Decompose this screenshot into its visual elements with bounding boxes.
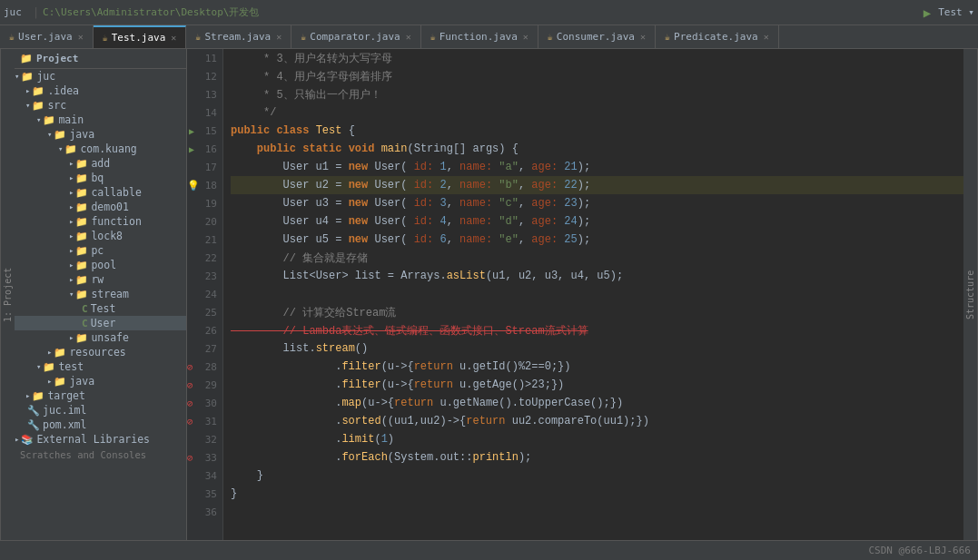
- code-line-15: public class Test {: [231, 122, 963, 140]
- error-icon: ⊘: [187, 361, 193, 373]
- code-line-35: }: [231, 485, 963, 503]
- gutter-line-26: 26: [187, 321, 222, 339]
- gutter-line-31: ⊘31: [187, 412, 222, 430]
- error-icon: ⊘: [187, 416, 193, 427]
- code-line-19: User u3 = new User( id: 3, name: "c", ag…: [231, 194, 963, 212]
- tab-stream-java[interactable]: ☕ Stream.java ✕: [186, 25, 291, 48]
- run-config: Test ▾: [938, 6, 974, 18]
- tree-item-demo01[interactable]: ▸ 📁 demo01: [15, 200, 186, 214]
- tab-test-java[interactable]: ☕ Test.java ✕: [94, 25, 187, 48]
- warn-icon: 💡: [187, 180, 200, 192]
- code-line-32: .limit(1): [231, 430, 963, 448]
- code-line-16: public static void main(String[] args) {: [231, 140, 963, 158]
- tree-item-add[interactable]: ▸ 📁 add: [15, 156, 186, 171]
- java-file-icon: ☕: [548, 32, 553, 42]
- code-line-27: list.stream(): [231, 339, 963, 358]
- tab-close-predicate[interactable]: ✕: [764, 32, 769, 42]
- tree-item-target[interactable]: ▸ 📁 target: [15, 388, 186, 403]
- tree-item-Test[interactable]: C Test: [15, 301, 186, 316]
- gutter-line-16: ▶16: [187, 140, 222, 158]
- code-line-26: // Lambda表达式、链式编程、函数式接口、Stream流式计算: [231, 321, 963, 339]
- bottom-bar: CSDN @666-LBJ-666: [0, 540, 978, 560]
- java-file-icon: ☕: [9, 32, 15, 42]
- tree-item-pool[interactable]: ▸ 📁 pool: [15, 258, 186, 272]
- gutter-line-30: ⊘30: [187, 394, 222, 412]
- run-gutter-icon[interactable]: ▶: [189, 126, 194, 136]
- tab-user-java[interactable]: ☕ User.java ✕: [0, 25, 94, 48]
- tab-close-stream[interactable]: ✕: [276, 32, 282, 42]
- gutter-line-35: 35: [187, 485, 222, 503]
- tree-item-pc[interactable]: ▸ 📁 pc: [15, 243, 186, 258]
- java-file-icon: ☕: [430, 32, 436, 42]
- code-line-24: [231, 285, 963, 303]
- code-line-14: */: [231, 103, 963, 122]
- java-file-icon: ☕: [301, 32, 306, 42]
- tree-item-main[interactable]: ▾ 📁 main: [15, 113, 186, 127]
- tab-close-user[interactable]: ✕: [78, 32, 84, 42]
- tree-item-java[interactable]: ▸ 📁 java: [15, 374, 186, 388]
- tree-item-java[interactable]: ▾ 📁 java: [15, 127, 186, 142]
- gutter-line-15: ▶15: [187, 122, 222, 140]
- breadcrumb: C:\Users\Administrator\Desktop\开发包: [43, 5, 259, 19]
- gutter-line-13: 13: [187, 85, 222, 103]
- gutter-line-11: 11: [187, 49, 222, 67]
- tree-item-External-Libraries[interactable]: ▸ 📚 External Libraries: [15, 432, 186, 447]
- tab-comparator-java[interactable]: ☕ Comparator.java ✕: [291, 25, 420, 48]
- tab-function-java[interactable]: ☕ Function.java ✕: [421, 25, 538, 48]
- project-icon: 📁: [20, 53, 33, 64]
- tree-item-com-kuang[interactable]: ▾ 📁 com.kuang: [15, 142, 186, 156]
- code-line-30: .map(u->{return u.getName().toUpperCase(…: [231, 394, 963, 412]
- gutter-line-36: 36: [187, 503, 222, 521]
- tree-item-rw[interactable]: ▸ 📁 rw: [15, 272, 186, 287]
- tree-item-stream[interactable]: ▾ 📁 stream: [15, 287, 186, 301]
- tree-item-test[interactable]: ▾ 📁 test: [15, 359, 186, 374]
- tree-item--idea[interactable]: ▸ 📁 .idea: [15, 84, 186, 98]
- project-panel-label[interactable]: 1: Project: [0, 49, 15, 540]
- code-editor[interactable]: 11121314▶15▶1617💡18192021222324252627⊘28…: [187, 49, 963, 540]
- gutter-line-32: 32: [187, 430, 222, 448]
- tab-close-consumer[interactable]: ✕: [640, 32, 646, 42]
- gutter-line-27: 27: [187, 339, 222, 358]
- tree-item-unsafe[interactable]: ▸ 📁 unsafe: [15, 330, 186, 345]
- toolbar-right: ▶ Test ▾: [924, 5, 974, 20]
- tree-item-lock8[interactable]: ▸ 📁 lock8: [15, 229, 186, 243]
- gutter-line-21: 21: [187, 231, 222, 249]
- code-line-36: [231, 503, 963, 521]
- gutter-line-18: 💡18: [187, 176, 222, 194]
- gutter-line-19: 19: [187, 194, 222, 212]
- watermark: CSDN @666-LBJ-666: [868, 545, 971, 556]
- gutter-line-34: 34: [187, 467, 222, 485]
- app-title: juc: [4, 6, 22, 18]
- tab-close-comparator[interactable]: ✕: [406, 32, 411, 42]
- scratches-section[interactable]: Scratches and Consoles: [15, 447, 186, 463]
- tree-item-pom-xml[interactable]: 🔧 pom.xml: [15, 418, 186, 432]
- tree-item-juc-iml[interactable]: 🔧 juc.iml: [15, 403, 186, 418]
- error-icon: ⊘: [187, 379, 193, 391]
- tree-item-src[interactable]: ▾ 📁 src: [15, 98, 186, 113]
- gutter-line-22: 22: [187, 249, 222, 267]
- run-gutter-icon[interactable]: ▶: [189, 144, 194, 154]
- tree-item-resources[interactable]: ▸ 📁 resources: [15, 345, 186, 359]
- structure-panel-label[interactable]: Structure: [963, 49, 978, 540]
- tree-item-juc[interactable]: ▾ 📁 juc: [15, 69, 186, 84]
- gutter-line-24: 24: [187, 285, 222, 303]
- gutter-line-17: 17: [187, 158, 222, 176]
- tab-predicate-java[interactable]: ☕ Predicate.java ✕: [656, 25, 779, 48]
- code-line-22: // 集合就是存储: [231, 249, 963, 267]
- gutter-line-28: ⊘28: [187, 358, 222, 376]
- code-line-33: .forEach(System.out::println);: [231, 448, 963, 467]
- code-line-23: List<User> list = Arrays.asList(u1, u2, …: [231, 267, 963, 285]
- tree-item-function[interactable]: ▸ 📁 function: [15, 214, 186, 229]
- run-button[interactable]: ▶: [924, 5, 931, 20]
- tree-item-bq[interactable]: ▸ 📁 bq: [15, 171, 186, 185]
- tree-item-callable[interactable]: ▸ 📁 callable: [15, 185, 186, 200]
- tree-item-User[interactable]: C User: [15, 316, 186, 330]
- tab-close-function[interactable]: ✕: [523, 32, 529, 42]
- error-icon: ⊘: [187, 398, 193, 409]
- code-line-21: User u5 = new User( id: 6, name: "e", ag…: [231, 231, 963, 249]
- code-line-17: User u1 = new User( id: 1, name: "a", ag…: [231, 158, 963, 176]
- code-lines: * 3、用户名转为大写字母 * 4、用户名字母倒着排序 * 5、只输出一个用户！…: [223, 49, 963, 540]
- java-file-icon: ☕: [665, 32, 670, 42]
- tab-consumer-java[interactable]: ☕ Consumer.java ✕: [538, 25, 656, 48]
- tab-close-test[interactable]: ✕: [171, 33, 176, 43]
